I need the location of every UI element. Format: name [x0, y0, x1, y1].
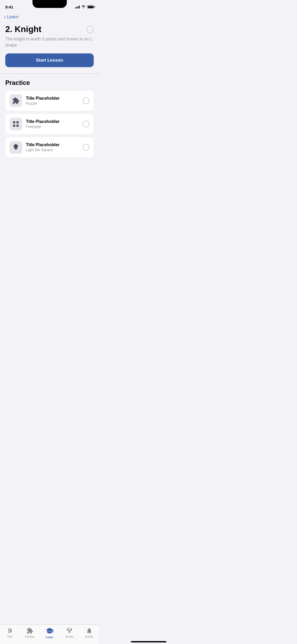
lesson-header: 2. Knight	[5, 24, 94, 34]
svg-rect-1	[16, 121, 18, 123]
practice-list: Title Placeholder Puzzle Title Placehold…	[5, 91, 94, 157]
puzzle-icon	[12, 97, 20, 104]
practice-radio-freestyle[interactable]	[83, 121, 89, 127]
wifi-icon	[81, 5, 86, 8]
lesson-description: The knight is worth 3 points and moves i…	[5, 36, 94, 48]
practice-item-text-light: Title Placeholder Light the Square	[26, 142, 79, 152]
section-divider	[0, 73, 99, 74]
back-chevron-icon: ‹	[4, 14, 6, 20]
back-button[interactable]: ‹ Learn	[0, 12, 99, 22]
battery-icon	[87, 5, 94, 8]
svg-rect-3	[16, 125, 18, 127]
practice-item-subtitle-1: Freestyle	[26, 125, 79, 129]
practice-item-subtitle-0: Puzzle	[26, 101, 79, 105]
practice-item-freestyle[interactable]: Title Placeholder Freestyle	[5, 114, 94, 134]
start-lesson-button[interactable]: Start Lesson	[5, 53, 94, 67]
lesson-complete-circle[interactable]	[86, 26, 94, 33]
grid-icon	[12, 120, 20, 128]
svg-rect-0	[13, 121, 15, 123]
back-label: Learn	[7, 14, 18, 20]
practice-section-title: Practice	[5, 79, 94, 86]
practice-icon-bg-puzzle	[10, 94, 22, 107]
signal-icon	[75, 5, 80, 8]
practice-item-title-0: Title Placeholder	[26, 96, 79, 101]
practice-item-light[interactable]: Title Placeholder Light the Square	[5, 137, 94, 157]
practice-icon-bg-light	[10, 141, 22, 154]
practice-item-subtitle-2: Light the Square	[26, 148, 79, 152]
practice-item-text-freestyle: Title Placeholder Freestyle	[26, 119, 79, 129]
main-content: 2. Knight The knight is worth 3 points a…	[0, 22, 99, 163]
practice-icon-bg-freestyle	[10, 118, 22, 130]
svg-rect-2	[13, 125, 15, 127]
practice-item-puzzle[interactable]: Title Placeholder Puzzle	[5, 91, 94, 111]
bulb-icon	[12, 144, 20, 151]
practice-radio-light[interactable]	[83, 144, 89, 151]
status-time: 9:41	[5, 5, 13, 9]
status-icons	[75, 5, 94, 8]
practice-item-title-1: Title Placeholder	[26, 119, 79, 124]
practice-radio-puzzle[interactable]	[83, 97, 89, 104]
practice-item-text-puzzle: Title Placeholder Puzzle	[26, 96, 79, 105]
practice-item-title-2: Title Placeholder	[26, 142, 79, 147]
notch	[32, 0, 67, 8]
lesson-title: 2. Knight	[5, 24, 41, 34]
